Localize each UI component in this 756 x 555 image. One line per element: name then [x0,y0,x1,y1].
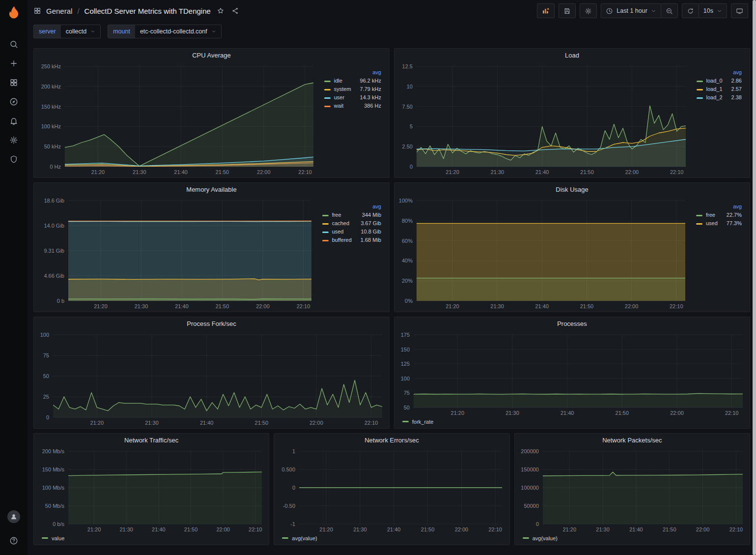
panel-title-cpu-average[interactable]: CPU Average [192,52,231,59]
refresh-interval-label: 10s [703,7,713,14]
chart-cpu-average[interactable]: 21:2021:3021:4021:5022:0022:100 Hz50 kHz… [37,61,317,176]
variable-server-value[interactable]: collectd [61,25,100,38]
legend-value: 7.79 kHz [351,86,381,93]
panel-title-network-packets-sec[interactable]: Network Packets/sec [602,437,662,444]
variable-mount-value[interactable]: etc-collectd-collectd.conf [135,25,221,38]
legend-item-fork-rate[interactable]: fork_rate [402,419,433,425]
x-axis-label: 21:30 [490,303,504,309]
x-axis-label: 22:10 [489,526,503,532]
refresh-icon [687,7,694,15]
y-axis-label: 100% [399,198,413,204]
y-axis-label: 75 [43,352,49,358]
legend-avg-header[interactable]: avg [352,203,381,210]
explore-compass-icon [9,97,18,106]
zoom-out-icon [666,7,673,15]
legend-item-free[interactable]: free [696,211,718,219]
star-dashboard-button[interactable] [216,6,225,16]
time-range-picker[interactable]: Last 1 hour [601,3,661,18]
legend-item-used[interactable]: used [696,220,718,227]
sidebar-item-dashboards[interactable] [4,73,24,92]
legend-item-free[interactable]: free [322,211,352,219]
legend-item-wait[interactable]: wait [324,102,351,110]
sidebar-item-server-admin[interactable] [4,149,24,169]
user-icon [10,513,18,521]
chart-process-fork-sec[interactable]: 21:2021:3021:4021:5022:0022:100255075100 [37,330,386,427]
breadcrumb-folder[interactable]: General [46,7,72,15]
legend-item-avg-value[interactable]: avg(value) [523,535,558,541]
legend-swatch [402,421,409,422]
panel-title-load[interactable]: Load [565,52,579,59]
legend-item-load-1[interactable]: load_1 [697,86,723,93]
sidebar-item-explore[interactable] [4,92,24,111]
y-axis-label: 50 [404,405,410,410]
legend-item-avg-value[interactable]: avg(value) [282,535,317,541]
legend-item-user[interactable]: user [324,94,351,101]
star-icon [217,7,224,15]
help-icon [9,536,18,545]
panel-title-network-errors-sec[interactable]: Network Errors/sec [364,437,419,444]
chart-network-packets-sec[interactable]: 21:2021:3021:4021:5022:0022:100500001000… [518,446,747,534]
y-axis-label: 100000 [521,485,539,491]
refresh-interval-select[interactable]: 10s [699,3,727,18]
y-axis-label: 0.500 [282,467,296,472]
legend-value: 77.3% [718,220,742,227]
x-axis-label: 21:50 [255,420,269,426]
legend-item-buffered[interactable]: buffered [322,236,352,244]
legend-value: 2.38 [723,94,742,101]
dashboards-grid-icon [9,78,18,87]
chart-network-traffic-sec[interactable]: 21:2021:3021:4021:5022:0022:100 b/s50 Mb… [37,446,266,534]
cycle-view-mode-button[interactable] [731,3,748,18]
refresh-button[interactable] [682,3,699,18]
legend-item-system[interactable]: system [324,86,351,93]
sidebar-item-search[interactable] [4,34,24,54]
legend-item-cached[interactable]: cached [322,220,352,227]
add-panel-icon [542,7,550,15]
legend-network-traffic-sec: value [37,534,266,544]
panel-title-memory-available[interactable]: Memory Available [186,186,236,193]
legend-avg-header[interactable]: avg [351,68,381,76]
chart-memory-available[interactable]: 21:2021:3021:4021:5022:0022:100 b4.66 Gi… [37,196,315,311]
legend-swatch [324,106,331,107]
y-axis-label: 50 Mb/s [45,503,65,509]
grafana-logo[interactable] [5,4,22,21]
panel-memory-available: Memory Available21:2021:3021:4021:5022:0… [33,182,390,312]
chart-processes[interactable]: 21:2021:3021:4021:5022:0022:105075100125… [397,330,747,417]
panel-title-disk-usage[interactable]: Disk Usage [556,186,588,193]
x-axis-label: 22:10 [364,420,378,426]
app-root: General / CollectD Server Metrics with T… [0,0,756,555]
chart-disk-usage[interactable]: 21:2021:3021:4021:5022:0022:100%20%40%60… [397,196,689,311]
sidebar-item-help[interactable] [4,531,24,550]
scrollbar[interactable] [753,0,756,555]
sidebar-item-configuration[interactable] [4,130,24,149]
legend-item-used[interactable]: used [322,228,352,235]
panel-header: Memory Available [34,183,389,196]
legend-item-value[interactable]: value [42,535,64,541]
panel-title-process-fork-sec[interactable]: Process Fork/sec [187,320,236,327]
user-avatar[interactable] [7,510,20,523]
add-panel-button[interactable] [537,3,555,18]
zoom-out-button[interactable] [661,3,678,18]
legend-item-idle[interactable]: idle [324,77,351,85]
panel-title-network-traffic-sec[interactable]: Network Traffic/sec [124,437,178,444]
series-free [68,299,311,299]
legend-value: 96.2 kHz [351,77,381,85]
sidebar-item-create[interactable] [4,54,24,73]
variable-server-selected: collectd [66,28,86,35]
panel-title-processes[interactable]: Processes [557,320,587,327]
y-axis-label: 0 [410,164,413,170]
legend-item-load-0[interactable]: load_0 [697,77,723,85]
dashboard-settings-button[interactable] [580,3,597,18]
chart-load[interactable]: 21:2021:3021:4021:5022:0022:1002.5057.50… [397,61,690,176]
share-dashboard-button[interactable] [230,6,240,16]
caret-down-icon [211,29,216,34]
sidebar-item-alerting[interactable] [4,111,24,130]
legend-avg-header[interactable]: avg [723,68,742,76]
search-icon [9,40,18,49]
legend-item-load-2[interactable]: load_2 [697,94,723,101]
chart-network-errors-sec[interactable]: 21:2021:3021:4021:5022:0022:10-1-0.5000.… [277,446,506,534]
scrollbar-thumb[interactable] [753,0,756,555]
panel-body: 21:2021:3021:4021:5022:0022:100%20%40%60… [394,196,750,312]
x-axis-label: 21:30 [133,169,146,175]
save-dashboard-button[interactable] [559,3,576,18]
legend-avg-header[interactable]: avg [718,203,742,210]
